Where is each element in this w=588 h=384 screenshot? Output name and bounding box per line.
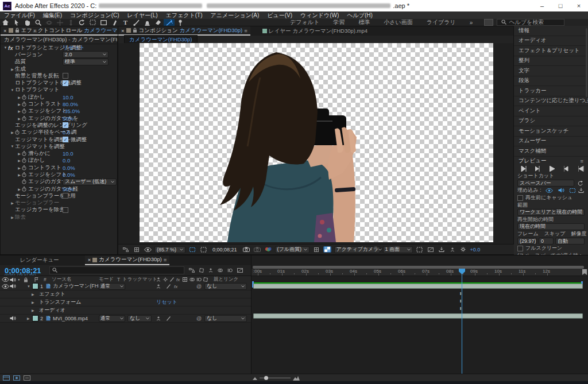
- property-number-value[interactable]: 0.0: [63, 157, 70, 164]
- close-icon[interactable]: ×: [88, 257, 91, 263]
- menu-2[interactable]: コンポジション(C): [66, 11, 123, 20]
- play-button[interactable]: [548, 166, 556, 172]
- panel-menu-icon[interactable]: ≡: [580, 158, 583, 164]
- layer-shy-switch[interactable]: [156, 284, 161, 289]
- include-video-eye-icon[interactable]: [546, 188, 553, 193]
- property-number-value[interactable]: 0.0: [63, 129, 70, 135]
- twirl-icon[interactable]: ▶: [17, 158, 22, 162]
- property-dropdown[interactable]: 標準: [63, 59, 109, 65]
- layer-shy-switch[interactable]: [156, 316, 161, 321]
- hand-tool-icon[interactable]: [22, 19, 33, 26]
- stopwatch-icon[interactable]: [22, 172, 26, 177]
- include-overlays-icon[interactable]: [569, 188, 576, 193]
- workspace-tab-2[interactable]: 標準: [351, 18, 377, 26]
- minimize-button[interactable]: –: [533, 0, 551, 11]
- scrollbar[interactable]: [586, 28, 587, 97]
- twirl-icon[interactable]: ▶: [10, 215, 15, 219]
- pixel-aspect-icon[interactable]: [416, 246, 424, 253]
- timeline-graph-area[interactable]: :00s01s02s03s04s05s06s07s08s09s10s11s12s…: [251, 255, 588, 374]
- comp-mini-flowchart-icon[interactable]: [189, 268, 195, 273]
- stopwatch-icon[interactable]: [22, 95, 26, 100]
- show-snapshot-icon[interactable]: [253, 246, 261, 253]
- maximize-button[interactable]: □: [551, 0, 570, 11]
- panel-header-7[interactable]: コンテンツに応じた塗りつぶし: [514, 96, 588, 106]
- panel-header-3[interactable]: 整列: [514, 56, 588, 66]
- panel-header-10[interactable]: モーションスケッチ: [514, 126, 588, 136]
- switch-column-icon[interactable]: [170, 277, 174, 282]
- layer2-duration-bar[interactable]: [253, 313, 583, 319]
- switch-column-icon[interactable]: [189, 277, 195, 282]
- time-ruler[interactable]: :00s01s02s03s04s05s06s07s08s09s10s11s12s: [252, 269, 588, 276]
- layer-label-swatch[interactable]: [32, 315, 38, 321]
- puppet-pin-tool-icon[interactable]: [175, 19, 185, 26]
- twirl-icon[interactable]: ▼: [10, 88, 15, 92]
- property-checkbox[interactable]: ✓: [63, 122, 68, 128]
- roto-brush-tool-icon[interactable]: [164, 19, 175, 26]
- property-dropdown[interactable]: 2.0: [63, 51, 109, 58]
- pan-camera-tool-icon[interactable]: [55, 19, 65, 26]
- parent-pickwhip-icon[interactable]: @: [196, 284, 202, 289]
- comp-marker-bin-icon[interactable]: [582, 269, 587, 275]
- reset-link[interactable]: リセット: [63, 44, 85, 51]
- include-audio-speaker-icon[interactable]: [558, 188, 564, 193]
- resolution-dropdown[interactable]: 自動: [555, 238, 585, 245]
- first-frame-button[interactable]: [520, 166, 528, 172]
- property-checkbox[interactable]: [63, 73, 68, 79]
- twirl-icon[interactable]: ▶: [17, 166, 22, 170]
- stopwatch-icon[interactable]: [22, 102, 26, 107]
- eye-column-icon[interactable]: [2, 277, 9, 282]
- stopwatch-icon[interactable]: [22, 179, 26, 184]
- comp-flowchart-icon[interactable]: [438, 246, 446, 253]
- property-checkbox[interactable]: ✓: [63, 137, 68, 142]
- draft-3d-icon[interactable]: [199, 268, 204, 273]
- snapshot-icon[interactable]: [242, 246, 250, 253]
- twirl-icon[interactable]: ▶: [17, 102, 22, 106]
- eraser-tool-icon[interactable]: [153, 19, 164, 26]
- rectangle-tool-icon[interactable]: [98, 19, 109, 26]
- label-column-icon[interactable]: [34, 277, 38, 282]
- exposure-gear-icon[interactable]: [459, 246, 467, 253]
- property-number-value[interactable]: 10.0: [63, 94, 74, 100]
- solo-column-icon[interactable]: ●: [18, 278, 20, 281]
- fullscreen-checkbox[interactable]: [517, 246, 523, 251]
- menu-4[interactable]: エフェクト(T): [162, 11, 207, 20]
- panel-header-11[interactable]: スムーザー: [514, 137, 588, 146]
- viewer-time-display[interactable]: 0;00;08;21: [210, 247, 239, 253]
- timeline-comp-tab[interactable]: × カメラウーマン(FHD30p) ≡: [85, 255, 170, 265]
- t-column-header[interactable]: T: [117, 277, 120, 282]
- keyframe-ibeam[interactable]: I: [460, 306, 461, 311]
- layer-index[interactable]: 2: [40, 316, 43, 321]
- menu-5[interactable]: アニメーション(A): [206, 11, 263, 20]
- layer-group-row[interactable]: ▶オーディオ: [0, 307, 251, 315]
- render-queue-tab[interactable]: レンダーキュー: [17, 255, 62, 265]
- twirl-icon[interactable]: ▶: [10, 67, 15, 71]
- view-layout-dropdown[interactable]: 1 画面: [383, 246, 413, 253]
- workspace-tab-1[interactable]: 学習: [326, 18, 351, 26]
- lock-icon[interactable]: [133, 28, 137, 34]
- title-action-safe-icon[interactable]: [199, 246, 207, 253]
- menu-1[interactable]: 編集(E): [39, 11, 66, 20]
- workspace-tab-3[interactable]: 小さい画面: [377, 18, 419, 26]
- last-frame-button[interactable]: [577, 166, 585, 172]
- layer-eye-toggle[interactable]: [2, 284, 9, 289]
- trkmat-dropdown[interactable]: なし: [127, 315, 152, 322]
- twirl-icon[interactable]: ▶: [10, 130, 15, 134]
- playhead-marker[interactable]: [459, 269, 465, 274]
- workspace-tab-4[interactable]: ライブラリ: [420, 18, 463, 26]
- layer-fx-switch[interactable]: fx: [173, 284, 179, 289]
- always-preview-icon[interactable]: [122, 246, 130, 253]
- reset-shortcut-icon[interactable]: [577, 180, 585, 186]
- property-number-value[interactable]: 50%: [63, 115, 74, 122]
- property-checkbox[interactable]: [63, 193, 68, 199]
- panel-menu-icon[interactable]: ≡: [164, 257, 167, 263]
- switch-column-icon[interactable]: [163, 277, 168, 282]
- keyframe-ibeam[interactable]: I: [460, 298, 461, 304]
- frame-blending-icon[interactable]: [218, 268, 223, 273]
- twirl-icon[interactable]: ▼: [10, 145, 15, 148]
- layer1-duration-bar[interactable]: [253, 284, 583, 289]
- panel-header-1[interactable]: オーディオ: [514, 36, 588, 46]
- twirl-icon[interactable]: ▶: [17, 117, 22, 121]
- switch-column-icon[interactable]: [183, 277, 187, 282]
- resolution-dropdown[interactable]: (フル画質): [275, 246, 310, 253]
- twirl-icon[interactable]: ▶: [17, 173, 22, 177]
